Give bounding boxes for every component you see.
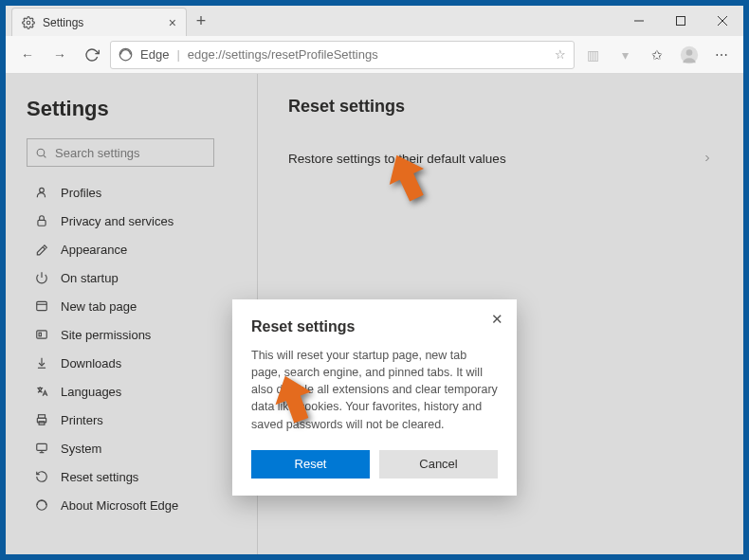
address-separator: | bbox=[176, 47, 179, 62]
close-window-button[interactable] bbox=[702, 6, 743, 36]
new-tab-button[interactable]: + bbox=[187, 6, 215, 36]
browser-window: Settings × + ← → Edge | edge://settings/… bbox=[6, 6, 743, 554]
back-button[interactable]: ← bbox=[13, 41, 42, 69]
modal-overlay: ✕ Reset settings This will reset your st… bbox=[6, 74, 743, 554]
tab-title: Settings bbox=[43, 16, 161, 29]
svg-point-7 bbox=[686, 49, 693, 56]
minimize-button[interactable] bbox=[618, 6, 660, 36]
url-text: edge://settings/resetProfileSettings bbox=[188, 47, 547, 62]
toolbar: ← → Edge | edge://settings/resetProfileS… bbox=[6, 36, 743, 74]
forward-button[interactable]: → bbox=[46, 41, 74, 69]
profile-avatar[interactable] bbox=[675, 41, 703, 69]
cancel-button[interactable]: Cancel bbox=[379, 450, 498, 479]
tab-settings[interactable]: Settings × bbox=[11, 8, 187, 36]
favorite-star-icon[interactable]: ☆ bbox=[555, 47, 566, 62]
edge-logo-icon bbox=[119, 47, 133, 62]
reset-button[interactable]: Reset bbox=[251, 450, 370, 479]
svg-point-0 bbox=[27, 21, 30, 25]
dialog-body: This will reset your startup page, new t… bbox=[251, 347, 498, 433]
close-tab-icon[interactable]: × bbox=[169, 15, 176, 30]
reset-dialog: ✕ Reset settings This will reset your st… bbox=[232, 299, 517, 496]
refresh-button[interactable] bbox=[78, 41, 106, 69]
extension-icon[interactable]: ▥ bbox=[578, 41, 607, 69]
svg-rect-2 bbox=[677, 17, 685, 26]
maximize-button[interactable] bbox=[660, 6, 702, 36]
close-dialog-icon[interactable]: ✕ bbox=[491, 311, 503, 328]
brand-label: Edge bbox=[140, 47, 169, 62]
gear-icon bbox=[22, 16, 35, 29]
overflow-menu-icon[interactable]: ⋯ bbox=[707, 41, 736, 69]
address-bar[interactable]: Edge | edge://settings/resetProfileSetti… bbox=[110, 41, 575, 69]
content: Settings Search settings Profiles Privac… bbox=[6, 74, 743, 554]
titlebar: Settings × + bbox=[6, 6, 743, 36]
dialog-title: Reset settings bbox=[251, 318, 498, 335]
downloads-icon[interactable]: ▾ bbox=[611, 41, 639, 69]
favorites-icon[interactable]: ✩ bbox=[643, 41, 671, 69]
